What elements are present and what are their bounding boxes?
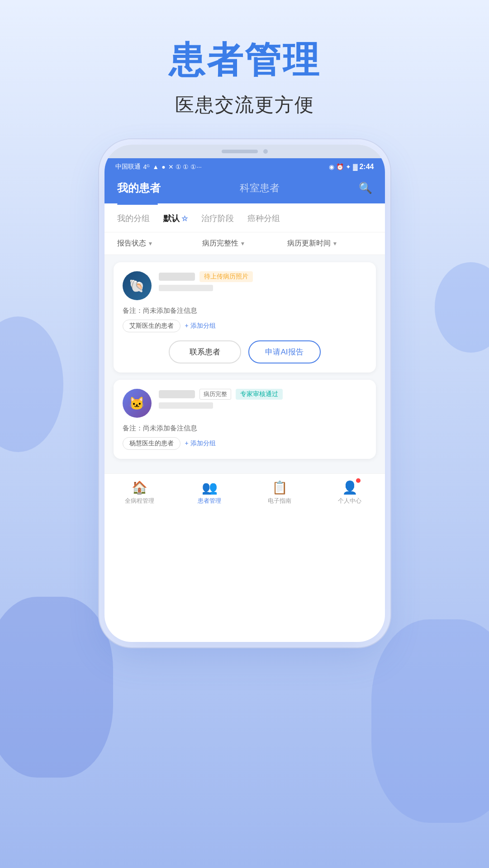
nav-tab-my-patients[interactable]: 我的患者 <box>117 181 161 195</box>
eye-icon: ◉ <box>329 163 334 170</box>
filter-tab-my-group[interactable]: 我的分组 <box>117 213 150 224</box>
patients-icon-active: 👥 <box>202 480 218 495</box>
star-icon: ☆ <box>181 214 188 223</box>
patient-card-2[interactable]: 🐱 病历完整 专家审核通过 备注：尚未添加备注信息 杨慧医生的患者 + 添加 <box>114 380 376 459</box>
patient-1-avatar: 🐚 <box>123 271 152 300</box>
bluetooth-icon: ✦ <box>346 163 351 170</box>
bg-decoration-bottom-right <box>371 619 489 823</box>
nav-item-personal-center[interactable]: 👤 个人中心 <box>334 480 366 505</box>
filter-tabs-row: 我的分组 默认 ☆ 治疗阶段 癌种分组 <box>104 205 385 232</box>
patient-2-name-blur <box>159 390 195 398</box>
battery-icon: ▓ <box>353 163 357 170</box>
filter-tab-treatment[interactable]: 治疗阶段 <box>201 213 234 224</box>
nav-label-personal-center: 个人中心 <box>338 497 361 505</box>
search-icon[interactable]: 🔍 <box>359 182 372 194</box>
header-area: 患者管理 医患交流更方便 <box>169 36 321 118</box>
nav-label-full-process: 全病程管理 <box>125 497 154 505</box>
patient-1-add-group[interactable]: + 添加分组 <box>185 322 216 330</box>
patient-2-info: 病历完整 专家审核通过 <box>159 389 367 409</box>
sub-filter-record-label: 病历完整性 <box>202 239 238 248</box>
bottom-nav: 🏠 全病程管理 👥 患者管理 📋 电子指南 👤 个人中心 <box>104 473 385 512</box>
signal-4g: 4ᴳ <box>143 163 150 170</box>
main-title: 患者管理 <box>169 36 321 85</box>
patient-2-add-group[interactable]: + 添加分组 <box>185 439 216 448</box>
sub-filters-row: 报告状态 ▼ 病历完整性 ▼ 病历更新时间 ▼ <box>104 232 385 255</box>
nav-item-patient-mgmt[interactable]: 👥 患者管理 <box>194 480 225 505</box>
patient-1-contact-btn[interactable]: 联系患者 <box>169 340 241 363</box>
bg-decoration-left <box>0 316 63 452</box>
person-icon: 👤 <box>342 481 358 495</box>
sub-filter-update-time[interactable]: 病历更新时间 ▼ <box>287 239 372 248</box>
phone-notch <box>104 145 385 158</box>
patient-1-name-row: 待上传病历照片 <box>159 271 367 282</box>
signal-bars: ● <box>161 163 165 170</box>
sub-filter-update-label: 病历更新时间 <box>287 239 331 248</box>
patient-1-report-btn[interactable]: 申请AI报告 <box>248 340 321 363</box>
patient-1-info: 待上传病历照片 <box>159 271 367 291</box>
phone-mockup: 中国联通 4ᴳ ▲ ● ✕ ① ① ①··· ◉ ⏰ ✦ ▓ 2:44 我的患者… <box>104 145 385 642</box>
bg-decoration-bottom-left <box>0 597 113 778</box>
patient-1-name-blur <box>159 273 195 281</box>
nav-item-e-guide[interactable]: 📋 电子指南 <box>264 480 295 505</box>
nav-label-e-guide: 电子指南 <box>268 497 291 505</box>
sub-filter-record-completeness[interactable]: 病历完整性 ▼ <box>202 239 287 248</box>
patient-card-1[interactable]: 🐚 待上传病历照片 备注：尚未添加备注信息 艾斯医生的患者 + 添加分组 <box>114 262 376 373</box>
report-status-arrow: ▼ <box>148 241 153 247</box>
guide-icon: 📋 <box>272 480 288 495</box>
patient-1-status-badge: 待上传病历照片 <box>199 271 253 282</box>
patient-2-status-badge: 专家审核通过 <box>236 389 283 400</box>
extra-icons: ✕ ① ① ①··· <box>168 163 202 170</box>
status-time: 2:44 <box>359 163 374 171</box>
sub-filter-report-label: 报告状态 <box>117 239 146 248</box>
patient-2-name-row: 病历完整 专家审核通过 <box>159 389 367 400</box>
patient-1-avatar-img: 🐚 <box>123 271 152 300</box>
nav-label-patient-mgmt: 患者管理 <box>198 497 221 505</box>
notch-bar <box>222 150 258 153</box>
notification-badge <box>356 478 361 483</box>
personal-center-badge-wrapper: 👤 <box>342 480 358 495</box>
patient-1-tags: 艾斯医生的患者 + 添加分组 <box>123 320 367 332</box>
patient-2-avatar: 🐱 <box>123 389 152 418</box>
patient-list: 🐚 待上传病历照片 备注：尚未添加备注信息 艾斯医生的患者 + 添加分组 <box>104 255 385 473</box>
nav-item-full-process[interactable]: 🏠 全病程管理 <box>123 480 155 505</box>
patient-1-doctor-tag[interactable]: 艾斯医生的患者 <box>123 320 180 332</box>
patient-2-avatar-img: 🐱 <box>123 389 152 418</box>
carrier-text: 中国联通 <box>115 163 141 171</box>
home-icon: 🏠 <box>132 480 147 495</box>
nav-tab-dept-patients[interactable]: 科室患者 <box>240 181 280 195</box>
filter-tab-default[interactable]: 默认 ☆ <box>163 213 188 224</box>
alarm-icon: ⏰ <box>336 163 344 170</box>
status-bar-right: ◉ ⏰ ✦ ▓ 2:44 <box>329 163 374 171</box>
patient-2-doctor-tag[interactable]: 杨慧医生的患者 <box>123 437 180 450</box>
patient-1-id-blur <box>159 285 213 291</box>
notch-dot <box>263 149 268 154</box>
wifi-icon: ▲ <box>152 163 159 170</box>
status-bar-left: 中国联通 4ᴳ ▲ ● ✕ ① ① ①··· <box>115 163 202 171</box>
record-completeness-arrow: ▼ <box>240 241 246 247</box>
bg-decoration-right <box>435 262 489 353</box>
patient-2-header: 🐱 病历完整 专家审核通过 <box>123 389 367 418</box>
patient-2-id-blur <box>159 402 213 409</box>
patient-2-tags: 杨慧医生的患者 + 添加分组 <box>123 437 367 450</box>
filter-tab-cancer[interactable]: 癌种分组 <box>247 213 280 224</box>
patient-2-record-complete: 病历完整 <box>199 389 231 400</box>
app-nav-bar: 我的患者 科室患者 🔍 <box>104 175 385 203</box>
patient-2-remark: 备注：尚未添加备注信息 <box>123 424 367 433</box>
status-bar: 中国联通 4ᴳ ▲ ● ✕ ① ① ①··· ◉ ⏰ ✦ ▓ 2:44 <box>104 158 385 175</box>
sub-filter-report-status[interactable]: 报告状态 ▼ <box>117 239 202 248</box>
patient-1-remark: 备注：尚未添加备注信息 <box>123 307 367 315</box>
patient-1-header: 🐚 待上传病历照片 <box>123 271 367 300</box>
filter-tab-default-label: 默认 <box>163 213 180 224</box>
patient-1-actions: 联系患者 申请AI报告 <box>123 340 367 363</box>
update-time-arrow: ▼ <box>332 241 338 247</box>
sub-title: 医患交流更方便 <box>169 92 321 118</box>
phone-frame: 中国联通 4ᴳ ▲ ● ✕ ① ① ①··· ◉ ⏰ ✦ ▓ 2:44 我的患者… <box>104 145 385 642</box>
